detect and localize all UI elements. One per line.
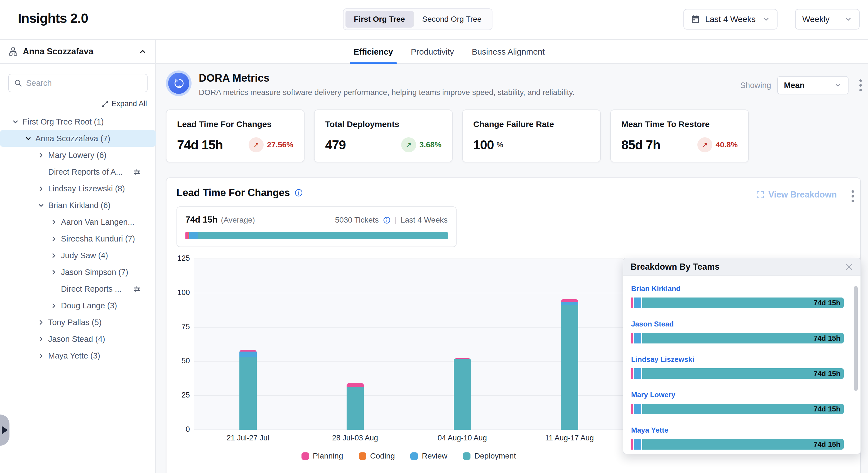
bar-segment-planning (347, 383, 364, 387)
chevron-right-icon[interactable] (37, 352, 45, 360)
breakdown-team-name-link[interactable]: Jason Stead (631, 320, 844, 328)
legend-item-review: Review (410, 451, 447, 461)
legend-color-chip (410, 452, 418, 460)
tree-item[interactable]: Judy Saw (4) (0, 247, 156, 264)
tree-item[interactable]: Mary Lowery (6) (0, 147, 156, 164)
bar-segment-review (561, 302, 578, 305)
tree-item[interactable]: Direct Reports ... (0, 280, 156, 297)
info-icon[interactable] (383, 216, 391, 224)
tab-efficiency[interactable]: Efficiency (353, 40, 393, 64)
showing-control: Showing Mean (740, 76, 848, 94)
tree-item[interactable]: Lindsay Liszewski (8) (0, 180, 156, 197)
lead-time-title-row: Lead Time For Changes (177, 187, 303, 199)
org-chart-icon (8, 47, 18, 56)
breakdown-team-value: 74d 15h (813, 299, 840, 307)
showing-label: Showing (740, 81, 771, 90)
chevron-down-icon[interactable] (25, 135, 32, 142)
chevron-right-icon[interactable] (37, 151, 45, 159)
dora-kebab-menu[interactable] (859, 79, 862, 91)
metric-card-value: 479 (325, 137, 346, 152)
chevron-right-icon[interactable] (37, 319, 45, 326)
metric-card: Mean Time To Restore85d 7h↗40.8% (610, 110, 749, 162)
breakdown-team-bar: 74d 15h (631, 297, 844, 308)
chevron-right-icon[interactable] (50, 302, 58, 309)
breakdown-team-name-link[interactable]: Brian Kirkland (631, 285, 844, 293)
tree-item[interactable]: Doug Lange (3) (0, 297, 156, 314)
tree-item[interactable]: Direct Reports of A... (0, 164, 156, 180)
sidebar-collapse-handle[interactable] (0, 414, 9, 446)
expand-all-button[interactable]: Expand All (101, 99, 147, 108)
chevron-down-icon[interactable] (12, 118, 19, 126)
bar-segment-deployment (240, 357, 257, 430)
breakdown-scrollbar-thumb[interactable] (854, 286, 858, 391)
collapse-sidebar-chevron-up-icon[interactable] (138, 47, 147, 56)
chevron-right-icon[interactable] (50, 252, 58, 259)
tree-item[interactable]: Anna Scozzafava (7) (0, 130, 156, 147)
view-breakdown-button[interactable]: View Breakdown (756, 190, 837, 200)
breakdown-team-name-link[interactable]: Lindsay Liszewski (631, 355, 844, 364)
tree-item[interactable]: Maya Yette (3) (0, 347, 156, 364)
legend-color-chip (463, 452, 470, 460)
expand-all-icon (101, 100, 108, 108)
tab-business-alignment[interactable]: Business Alignment (472, 40, 545, 64)
toggle-second-org-tree[interactable]: Second Org Tree (414, 11, 490, 28)
metric-card: Lead Time For Changes74d 15h↗27.56% (166, 110, 305, 162)
date-range-select[interactable]: Last 4 Weeks (683, 9, 777, 30)
breakdown-team-name-link[interactable]: Maya Yette (631, 426, 844, 435)
chevron-down-icon (844, 15, 852, 23)
filter-sliders-icon[interactable] (133, 285, 142, 293)
tab-productivity[interactable]: Productivity (411, 40, 454, 64)
metric-card-value: 74d 15h (177, 137, 223, 152)
bar-segment-planning (631, 333, 633, 344)
chevron-right-icon[interactable] (37, 335, 45, 343)
y-axis-tick-label: 75 (182, 323, 190, 331)
breakdown-team-value: 74d 15h (813, 440, 840, 449)
chevron-down-icon[interactable] (37, 202, 45, 209)
breakdown-team-bar: 74d 15h (631, 333, 844, 344)
tree-item-label: Anna Scozzafava (7) (35, 134, 110, 143)
chart-bar (240, 350, 257, 430)
chevron-right-icon[interactable] (50, 235, 58, 243)
tree-item-label: Aaron Van Langen... (61, 217, 134, 227)
tree-item[interactable]: First Org Tree Root (1) (0, 113, 156, 130)
tree-item[interactable]: Jason Simpson (7) (0, 264, 156, 280)
x-axis-category-label: 28 Jul-03 Aug (332, 434, 378, 442)
date-range-value: Last 4 Weeks (705, 14, 755, 24)
breakdown-team-name-link[interactable]: Mary Lowery (631, 390, 844, 399)
chevron-right-icon[interactable] (37, 185, 45, 193)
lead-time-chart: 0255075100125 21 Jul-27 Jul28 Jul-03 Aug… (177, 253, 633, 465)
showing-select[interactable]: Mean (777, 76, 848, 94)
granularity-select[interactable]: Weekly (795, 9, 860, 30)
metric-card: Total Deployments479↗3.68% (314, 110, 453, 162)
tab-strip: Efficiency Productivity Business Alignme… (156, 40, 868, 64)
tree-item[interactable]: Brian Kirkland (6) (0, 197, 156, 214)
average-summary-box: 74d 15h (Average) 5030 Tickets | Last 4 … (177, 206, 457, 247)
tree-item-label: Doug Lange (3) (61, 301, 117, 310)
chevron-right-icon[interactable] (50, 218, 58, 226)
tree-item[interactable]: Aaron Van Langen... (0, 214, 156, 230)
filter-sliders-icon[interactable] (133, 168, 142, 176)
tree-item[interactable]: Jason Stead (4) (0, 331, 156, 347)
breakdown-team-row: Brian Kirkland74d 15h (631, 285, 844, 308)
legend-color-chip (302, 452, 309, 460)
tree-item-label: Judy Saw (4) (61, 251, 108, 260)
chevron-right-icon[interactable] (50, 269, 58, 276)
dora-metrics-title: DORA Metrics (199, 72, 575, 84)
tree-item[interactable]: Sireesha Kunduri (7) (0, 230, 156, 247)
tree-item-label: Jason Simpson (7) (61, 268, 128, 277)
toggle-first-org-tree[interactable]: First Org Tree (345, 11, 413, 28)
breakdown-by-teams-panel: Breakdown By Teams Brian Kirkland74d 15h… (623, 258, 861, 454)
metric-card-value-row: 100% (473, 137, 590, 152)
bar-segment-planning (561, 299, 578, 302)
info-icon[interactable] (294, 188, 303, 197)
close-icon[interactable] (845, 263, 853, 271)
search-input[interactable] (26, 79, 142, 88)
tree-item-label: Direct Reports ... (61, 285, 122, 294)
breakdown-team-bar: 74d 15h (631, 439, 844, 450)
lead-time-kebab-menu[interactable] (851, 190, 854, 202)
org-tree-toggle: First Org Tree Second Org Tree (343, 8, 492, 30)
breakdown-panel-title: Breakdown By Teams (630, 262, 720, 272)
chart-bar (454, 358, 471, 430)
tree-item[interactable]: Tony Pallas (5) (0, 314, 156, 331)
bar-segment-review (634, 439, 641, 450)
